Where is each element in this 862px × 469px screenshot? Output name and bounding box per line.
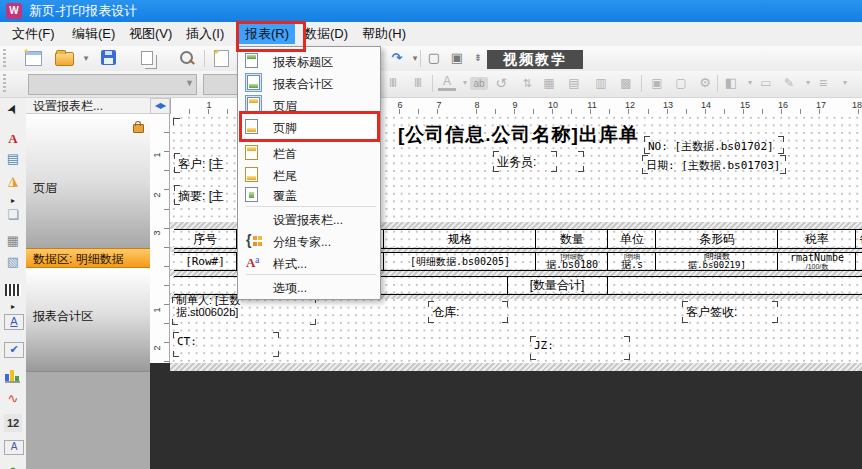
redo-icon[interactable]: ↷ [387, 48, 407, 68]
header-cell-qty[interactable]: 数量 [535, 230, 608, 248]
save-icon[interactable] [101, 50, 116, 65]
menu-view[interactable]: 视图(V) [123, 24, 178, 44]
menu-file[interactable]: 文件(F) [6, 24, 61, 44]
band-panel-header[interactable]: 设置报表栏... [26, 98, 150, 114]
checkbox-tool-icon[interactable]: ✔ [4, 342, 24, 358]
menu-data[interactable]: 数据(D) [298, 24, 354, 44]
band-detail-data[interactable]: 数据区: 明细数据 [26, 248, 150, 268]
cell-tax[interactable]: rmatNumbe /100/数 [777, 253, 856, 270]
menu-item-options[interactable]: 选项... [239, 277, 379, 299]
no-field[interactable]: NO: [主数据.bs01702] [644, 136, 784, 154]
font-name-combo[interactable]: ▼ [28, 74, 197, 95]
char-spacing-icon[interactable]: ǁǁ [383, 74, 401, 92]
shape-tool-icon[interactable]: ◮ [4, 172, 22, 190]
cell-note[interactable]: [明细 据.bs0 [855, 253, 862, 270]
rectangle-icon[interactable]: ▭ [757, 74, 775, 92]
subreport-tool-icon[interactable]: ▧ [4, 253, 22, 271]
header-cell-note[interactable]: 备注 [855, 230, 862, 248]
ct-field[interactable]: CT: [173, 332, 279, 357]
header-cell-tax[interactable]: 税率 [777, 230, 856, 248]
add-page-icon[interactable]: ✦ [214, 50, 229, 67]
pointer-tool-icon[interactable]: ➤ [1, 97, 25, 121]
band-page-header[interactable]: 页眉 [26, 114, 150, 265]
cell-rownum[interactable]: [Row#] [174, 253, 236, 270]
gear-icon[interactable]: ⚙ [696, 74, 714, 92]
border-grid-icon-3[interactable]: ▥ [592, 74, 610, 92]
clerk-box-right-corner[interactable] [568, 151, 584, 172]
header-cell-unit[interactable]: 单位 [607, 230, 656, 248]
menu-item-column-head[interactable]: 栏首 [239, 143, 379, 165]
table-tool-icon[interactable]: ▦ [4, 232, 22, 250]
header-cell-seq[interactable]: 序号 [174, 230, 236, 248]
border-grid-icon-6[interactable]: ▢ [672, 74, 690, 92]
barcode-tool-icon[interactable] [5, 284, 21, 296]
print-preview-icon[interactable] [180, 51, 193, 64]
row-height-icon[interactable]: ⇅ [518, 74, 536, 92]
copy-icon[interactable] [141, 51, 153, 65]
header-cell-barcode[interactable]: 条形码 [655, 230, 778, 248]
report-title-field[interactable]: [公司信息.公司名称]出库单 [398, 122, 639, 148]
warehouse-field[interactable]: 仓库: [428, 301, 508, 323]
menu-item-style[interactable]: 样式... [239, 253, 379, 275]
toolbar-grip[interactable] [3, 49, 6, 68]
page-number-tool-icon[interactable]: 12 [4, 414, 22, 432]
band-report-footer[interactable]: 报表合计区 [26, 268, 150, 372]
border-grid-icon-5[interactable]: ▣ [648, 74, 666, 92]
collapse-toolbar-icon[interactable]: ⇟ [468, 48, 488, 68]
clerk-field[interactable]: 业务员: [493, 151, 557, 172]
header-cell-spec[interactable]: 规格 [383, 230, 536, 248]
fill-bucket-icon[interactable]: ◧ [722, 74, 740, 92]
cell-unit[interactable]: [明细 据.s [607, 253, 656, 270]
video-tutorial-badge[interactable]: 视频教学 [487, 50, 583, 69]
band-separator[interactable] [170, 363, 862, 371]
label-tool-icon[interactable]: A [4, 440, 24, 455]
empty-field-corner[interactable] [173, 118, 217, 142]
menu-item-column-foot[interactable]: 栏尾 [239, 165, 379, 187]
image-tool-icon[interactable]: ▤ [4, 150, 22, 168]
cell-qty-total[interactable]: [数量合计] [507, 277, 607, 294]
menu-edit[interactable]: 编辑(E) [66, 24, 121, 44]
cell-qty[interactable]: [明细数 据.bs0180 [535, 253, 608, 270]
menu-insert[interactable]: 插入(I) [180, 24, 230, 44]
rotate-icon[interactable]: ↺ [492, 74, 510, 92]
jz-field[interactable]: JZ: [530, 336, 630, 360]
menu-item-group-expert[interactable]: 分组专家... [239, 231, 379, 253]
richtext-tool-icon[interactable]: A [4, 314, 24, 330]
open-folder-icon[interactable] [55, 52, 74, 66]
ellipse-tool-icon[interactable]: ● [4, 461, 22, 469]
select-group-icon[interactable]: ▢ [424, 48, 444, 68]
menu-item-overlay[interactable]: 覆盖 [239, 185, 379, 207]
menu-item-report-total-band[interactable]: 报表合计区 [239, 73, 379, 95]
border-grid-icon-2[interactable]: ▤ [565, 74, 583, 92]
border-grid-icon-4[interactable]: ▩ [617, 74, 635, 92]
cell-spec[interactable]: [明细数据.bs00205] [383, 253, 536, 270]
brush-icon[interactable]: ✎ [780, 74, 798, 92]
text-tool-icon[interactable]: A [4, 130, 22, 148]
menu-item-page-footer[interactable]: 页脚 [239, 117, 379, 139]
menu-item-set-report-bands[interactable]: 设置报表栏... [239, 209, 379, 231]
border-grid-icon-1[interactable]: ▦ [540, 74, 558, 92]
select-all-icon[interactable]: ▣ [447, 48, 467, 68]
redo-dropdown-icon[interactable]: ▾ [405, 48, 425, 68]
menu-item-report-title-band[interactable]: 报表标题区 [239, 51, 379, 73]
customer-sign-field[interactable]: 客户签收: [682, 301, 778, 323]
menu-report[interactable]: 报表(R) [239, 24, 295, 44]
char-spacing-wide-icon[interactable]: ǁǁ [408, 74, 426, 92]
layers-tool-icon[interactable]: ❏ [4, 206, 22, 224]
open-dropdown-icon[interactable]: ▾ [76, 48, 96, 68]
menu-help[interactable]: 帮助(H) [356, 24, 412, 44]
date-field[interactable]: 日期: [主数据.bs01703] [642, 155, 786, 174]
line-style-icon[interactable]: ≡ [814, 74, 832, 92]
line-style-dropdown-icon[interactable]: ▾ [836, 74, 854, 92]
menu-item-page-header[interactable]: 页眉 [239, 95, 379, 117]
toolbar-grip[interactable] [3, 74, 6, 94]
title-bar[interactable]: W 新页-打印报表设计 [0, 0, 862, 22]
font-color-icon[interactable]: A [438, 74, 456, 91]
ab-format-icon[interactable]: ab [470, 77, 488, 90]
maker-field[interactable]: 制单人: [主数 据.st00602b] [172, 297, 316, 325]
new-report-icon[interactable] [25, 51, 42, 66]
bar-chart-tool-icon[interactable] [5, 368, 20, 383]
cell-barcode[interactable]: [明细数 据.bs00219] [655, 253, 778, 270]
curve-chart-tool-icon[interactable]: ∿ [4, 390, 22, 408]
ruler-splitter-button[interactable]: ◀▶ [150, 98, 170, 114]
